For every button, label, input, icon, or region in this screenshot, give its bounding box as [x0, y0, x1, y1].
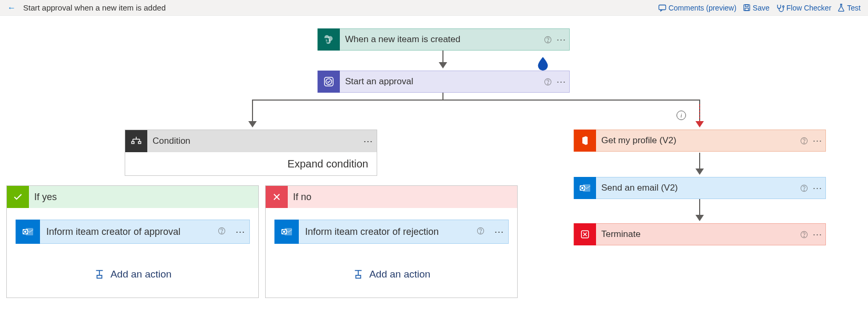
new-step-droplet[interactable]	[536, 56, 550, 71]
condition-icon	[125, 130, 147, 152]
stethoscope-icon	[776, 4, 784, 12]
svg-point-19	[547, 83, 548, 84]
profile-card[interactable]: Get my profile (V2) ···	[573, 130, 826, 152]
yes-action-card[interactable]: Inform iteam creator of approval ···	[15, 220, 250, 244]
test-button[interactable]: Test	[837, 4, 861, 12]
svg-rect-0	[659, 5, 665, 9]
outlook-icon	[275, 220, 299, 244]
flow-checker-button[interactable]: Flow Checker	[776, 4, 832, 12]
card-menu[interactable]: ···	[810, 229, 825, 240]
svg-point-35	[803, 142, 804, 143]
comment-icon	[658, 4, 667, 12]
trigger-card[interactable]: S When a new iteam is created ···	[317, 28, 570, 51]
trigger-label: When a new iteam is created	[340, 34, 542, 45]
svg-rect-21	[138, 142, 141, 144]
svg-point-32	[480, 233, 481, 233]
condition-card[interactable]: Condition ··· Expand condition	[125, 130, 377, 176]
email-label: Send an email (V2)	[596, 183, 798, 193]
email-card[interactable]: Send an email (V2) ···	[573, 177, 826, 199]
flow-canvas: i S When a new iteam is created ··· Star…	[0, 16, 868, 327]
card-menu[interactable]: ···	[231, 226, 249, 237]
card-menu[interactable]: ···	[553, 76, 569, 87]
top-bar: ← Start approval when a new item is adde…	[0, 0, 868, 16]
add-action-no[interactable]: Add an action	[274, 257, 509, 291]
svg-rect-20	[132, 142, 134, 144]
check-icon	[7, 186, 29, 208]
approval-label: Start an approval	[340, 76, 542, 87]
if-no-container: If no Inform iteam creator of rejection …	[265, 185, 518, 298]
terminate-icon	[574, 223, 596, 245]
svg-point-4	[782, 6, 784, 7]
back-button[interactable]: ←	[7, 3, 16, 13]
help-icon[interactable]	[798, 184, 810, 192]
card-menu[interactable]: ···	[360, 136, 377, 147]
svg-rect-27	[97, 275, 102, 279]
expand-condition[interactable]: Expand condition	[125, 152, 377, 175]
add-action-icon	[352, 269, 364, 280]
if-yes-container: If yes Inform iteam creator of approval …	[6, 185, 259, 298]
svg-point-26	[221, 233, 222, 233]
profile-label: Get my profile (V2)	[596, 135, 798, 146]
card-menu[interactable]: ···	[553, 34, 569, 45]
terminate-label: Terminate	[596, 229, 798, 240]
if-no-label: If no	[288, 192, 311, 203]
outlook-icon	[16, 220, 40, 244]
if-yes-header: If yes	[7, 186, 258, 208]
help-icon[interactable]	[798, 231, 810, 239]
svg-point-40	[803, 190, 804, 190]
add-action-yes[interactable]: Add an action	[15, 257, 250, 291]
office-icon	[574, 130, 596, 152]
help-icon[interactable]	[218, 227, 231, 236]
svg-text:S: S	[326, 38, 328, 42]
help-icon[interactable]	[542, 36, 553, 44]
no-action-label: Inform iteam creator of rejection	[299, 226, 477, 237]
x-icon	[266, 186, 288, 208]
approval-card[interactable]: Start an approval ···	[317, 71, 570, 93]
sharepoint-icon: S	[318, 28, 340, 51]
comments-button[interactable]: Comments (preview)	[658, 4, 736, 12]
outlook-icon	[574, 177, 596, 199]
svg-rect-1	[744, 5, 750, 11]
card-menu[interactable]: ···	[490, 226, 508, 237]
help-icon[interactable]	[542, 78, 553, 86]
if-no-header: If no	[266, 186, 517, 208]
info-badge[interactable]: i	[677, 111, 686, 120]
svg-rect-2	[745, 5, 748, 7]
card-menu[interactable]: ···	[810, 135, 825, 146]
help-icon[interactable]	[477, 227, 490, 236]
approval-icon	[318, 71, 340, 93]
help-icon[interactable]	[798, 137, 810, 145]
terminate-card[interactable]: Terminate ···	[573, 223, 826, 245]
card-menu[interactable]: ···	[810, 183, 825, 194]
flask-icon	[837, 4, 845, 12]
save-button[interactable]: Save	[743, 4, 770, 12]
yes-action-label: Inform iteam creator of approval	[40, 226, 218, 237]
save-icon	[743, 4, 751, 12]
if-yes-label: If yes	[29, 192, 57, 203]
svg-rect-33	[356, 275, 360, 279]
condition-label: Condition	[147, 136, 360, 146]
svg-point-15	[547, 41, 548, 42]
svg-point-43	[803, 236, 804, 236]
add-action-icon	[94, 269, 105, 280]
no-action-card[interactable]: Inform iteam creator of rejection ···	[274, 220, 509, 244]
flow-title: Start approval when a new item is added	[23, 3, 166, 12]
svg-rect-3	[745, 8, 749, 11]
